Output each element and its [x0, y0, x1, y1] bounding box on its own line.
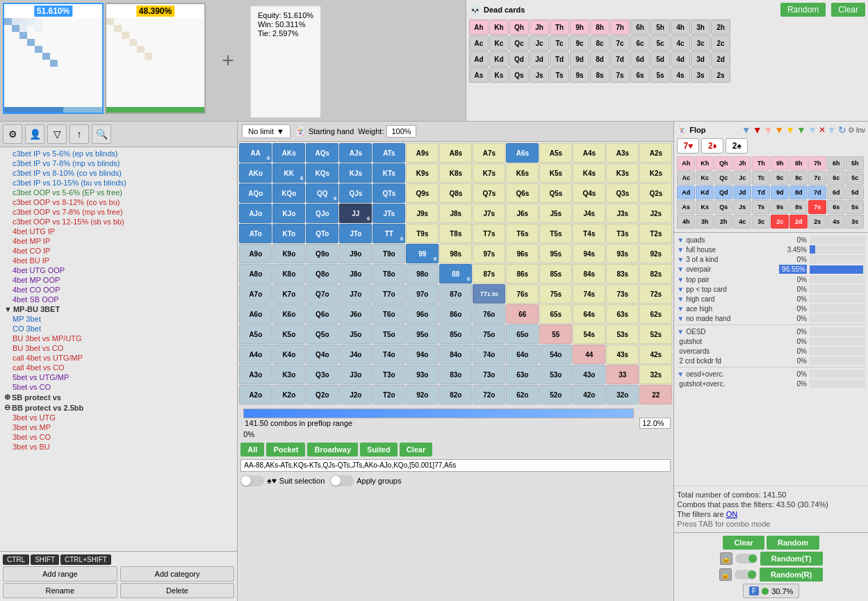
random-right-button[interactable]: Random: [767, 536, 819, 550]
picker-8c[interactable]: 8c: [789, 171, 808, 185]
filter-icon[interactable]: ▽: [47, 124, 67, 144]
delete-button[interactable]: Delete: [120, 583, 235, 598]
lock-t-icon[interactable]: 🔒: [720, 552, 732, 565]
picker-2c-selected[interactable]: 2c: [771, 215, 789, 229]
flop-card-3[interactable]: 2♠: [726, 138, 748, 154]
range-group-sb[interactable]: ⊕ SB protect vs: [1, 392, 236, 402]
card-Kc[interactable]: Kc: [489, 35, 509, 51]
equity-box-2[interactable]: 48.390%: [105, 3, 206, 114]
hand-cell-T8o[interactable]: T8o: [372, 264, 405, 283]
hand-cell-Q3o[interactable]: Q3o: [306, 365, 338, 384]
hand-cell-K2s[interactable]: K2s: [639, 163, 672, 183]
hand-cell-33[interactable]: 33: [606, 365, 639, 384]
hand-cell-62o[interactable]: 62o: [506, 385, 539, 404]
picker-9d[interactable]: 9d: [771, 186, 789, 199]
hand-cell-AJo[interactable]: AJo: [239, 204, 272, 223]
search-icon[interactable]: 🔍: [92, 124, 111, 144]
hand-cell-64s[interactable]: 64s: [573, 304, 605, 324]
list-item[interactable]: 5bet vs UTG/MP: [1, 372, 236, 382]
card-2h[interactable]: 2h: [711, 19, 730, 35]
hand-cell-AKs[interactable]: AKs: [272, 143, 305, 163]
filter-tri-last[interactable]: ▼: [827, 124, 837, 135]
card-5s[interactable]: 5s: [650, 67, 670, 83]
picker-Qc[interactable]: Qc: [714, 171, 732, 185]
hand-cell-64o[interactable]: 64o: [506, 345, 539, 364]
card-Qc[interactable]: Qc: [509, 35, 529, 51]
hand-cell-T4s[interactable]: T4s: [573, 224, 605, 243]
hand-cell-T5s[interactable]: T5s: [539, 224, 572, 243]
picker-Kh[interactable]: Kh: [696, 156, 714, 170]
settings-icon[interactable]: ⚙: [3, 124, 22, 144]
hand-cell-TT[interactable]: TT6: [372, 224, 405, 243]
card-2s[interactable]: 2s: [711, 67, 730, 83]
hand-cell-97o[interactable]: 97o: [406, 284, 439, 304]
hand-cell-J2o[interactable]: J2o: [339, 385, 372, 404]
hand-cell-A7o[interactable]: A7o: [239, 284, 272, 304]
picker-As[interactable]: As: [677, 200, 695, 214]
list-item[interactable]: 4bet MP OOP: [1, 275, 236, 285]
hand-cell-Q4s[interactable]: Q4s: [573, 183, 605, 203]
hand-cell-K4o[interactable]: K4o: [272, 345, 305, 364]
hand-cell-62s[interactable]: 62s: [639, 304, 672, 324]
picker-5s[interactable]: 5s: [846, 200, 864, 214]
hand-cell-K7s[interactable]: K7s: [473, 163, 505, 183]
range-group-bb[interactable]: ⊖ BB protect vs 2.5bb: [1, 402, 236, 413]
hand-cell-KQo[interactable]: KQo: [272, 183, 305, 203]
list-item[interactable]: 4bet UTG IP: [1, 227, 236, 236]
hand-cell-J6o[interactable]: J6o: [339, 304, 372, 324]
hand-cell-54s[interactable]: 54s: [573, 324, 605, 344]
list-item[interactable]: BU 3bet vs CO: [1, 343, 236, 353]
hand-cell-63o[interactable]: 63o: [506, 365, 539, 384]
hand-cell-75o[interactable]: 75o: [473, 324, 505, 344]
inv-label[interactable]: Inv: [856, 126, 865, 134]
hand-cell-K5s[interactable]: K5s: [539, 163, 572, 183]
card-7h[interactable]: 7h: [610, 19, 630, 35]
picker-6h[interactable]: 6h: [827, 156, 845, 170]
card-Kd[interactable]: Kd: [489, 51, 509, 67]
list-item[interactable]: 4bet CO OOP: [1, 285, 236, 295]
hand-cell-Q2s[interactable]: Q2s: [639, 183, 672, 203]
hand-cell-73o[interactable]: 73o: [473, 365, 505, 384]
card-7d[interactable]: 7d: [610, 51, 630, 67]
hand-cell-A5o[interactable]: A5o: [239, 324, 272, 344]
hand-cell-AKo[interactable]: AKo: [239, 163, 272, 183]
card-As[interactable]: As: [469, 67, 489, 83]
hand-cell-99[interactable]: 996: [406, 244, 439, 263]
hand-cell-92s[interactable]: 92s: [639, 244, 672, 263]
picker-9h[interactable]: 9h: [771, 156, 789, 170]
hand-cell-Q8s[interactable]: Q8s: [439, 183, 472, 203]
list-item[interactable]: 5bet vs CO: [1, 382, 236, 392]
card-8c[interactable]: 8c: [590, 35, 609, 51]
card-7c[interactable]: 7c: [610, 35, 630, 51]
hand-cell-T7o[interactable]: T7o: [372, 284, 405, 304]
hand-cell-44[interactable]: 44: [573, 345, 605, 364]
hand-cell-74o[interactable]: 74o: [473, 345, 505, 364]
toggle-t[interactable]: [735, 554, 758, 563]
hand-cell-A6o[interactable]: A6o: [239, 304, 272, 324]
list-item[interactable]: CO 3bet: [1, 324, 236, 334]
hand-cell-T6s[interactable]: T6s: [506, 224, 539, 243]
hand-cell-98o[interactable]: 98o: [406, 264, 439, 283]
hand-cell-KK[interactable]: KK6: [272, 163, 305, 183]
list-item[interactable]: 4bet CO IP: [1, 246, 236, 256]
hand-cell-KQs[interactable]: KQs: [306, 163, 338, 183]
list-item[interactable]: 4bet UTG OOP: [1, 265, 236, 275]
hand-cell-Q6s[interactable]: Q6s: [506, 183, 539, 203]
hand-cell-Q9s[interactable]: Q9s: [406, 183, 439, 203]
hand-cell-K8s[interactable]: K8s: [439, 163, 472, 183]
hand-cell-K6o[interactable]: K6o: [272, 304, 305, 324]
picker-6s[interactable]: 6s: [827, 200, 845, 214]
card-4c[interactable]: 4c: [671, 35, 690, 51]
hand-cell-AQo[interactable]: AQo: [239, 183, 272, 203]
card-6c[interactable]: 6c: [630, 35, 650, 51]
hand-cell-73s[interactable]: 73s: [606, 284, 639, 304]
card-Ah[interactable]: Ah: [469, 19, 489, 35]
add-category-button[interactable]: Add category: [120, 566, 235, 582]
hand-cell-A4o[interactable]: A4o: [239, 345, 272, 364]
hand-cell-74s[interactable]: 74s: [573, 284, 605, 304]
all-filter-button[interactable]: All: [240, 443, 264, 456]
hand-cell-65s[interactable]: 65s: [539, 304, 572, 324]
hand-cell-Q9o[interactable]: Q9o: [306, 244, 338, 263]
hand-cell-72o[interactable]: 72o: [473, 385, 505, 404]
card-Jd[interactable]: Jd: [530, 51, 549, 67]
